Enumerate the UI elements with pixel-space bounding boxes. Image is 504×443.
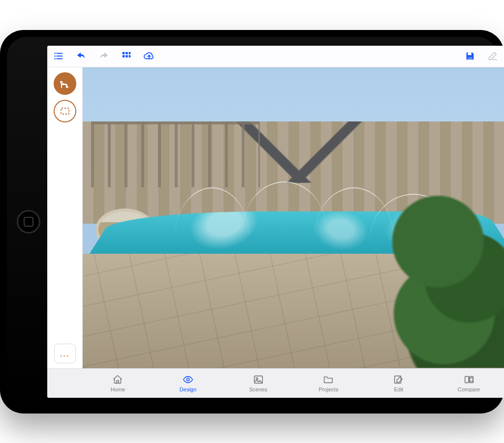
svg-rect-7 xyxy=(126,52,128,55)
svg-point-3 xyxy=(54,53,56,54)
tab-projects-label: Projects xyxy=(318,386,338,392)
tab-scenes-label: Scenes xyxy=(249,386,267,392)
svg-rect-8 xyxy=(129,52,131,55)
tab-compare[interactable]: Compare xyxy=(444,374,494,392)
tab-edit[interactable]: Edit xyxy=(374,374,423,392)
side-rail: … xyxy=(47,67,83,368)
save-icon[interactable] xyxy=(464,50,476,62)
tab-design[interactable]: Design xyxy=(163,374,213,392)
photo-pergola xyxy=(91,121,259,188)
redo-icon xyxy=(97,50,110,62)
bottom-tabbar: Home Design Scenes xyxy=(47,368,504,398)
workspace: … xyxy=(47,67,504,368)
undo-icon[interactable] xyxy=(75,50,88,62)
design-canvas[interactable] xyxy=(83,67,504,368)
cloud-upload-icon[interactable] xyxy=(143,50,156,62)
project-photo xyxy=(83,67,504,368)
grid-icon[interactable] xyxy=(120,50,133,62)
list-icon[interactable] xyxy=(52,50,65,62)
tab-scenes[interactable]: Scenes xyxy=(234,374,283,392)
svg-rect-10 xyxy=(126,55,128,58)
tab-projects[interactable]: Projects xyxy=(304,374,353,392)
svg-rect-13 xyxy=(468,57,472,60)
ipad-screen: … xyxy=(47,46,504,398)
tab-compare-label: Compare xyxy=(458,386,480,392)
svg-rect-14 xyxy=(61,108,69,114)
tab-edit-label: Edit xyxy=(394,386,403,392)
svg-rect-11 xyxy=(129,55,131,58)
photo-bush xyxy=(387,187,504,368)
tab-home-label: Home xyxy=(111,386,125,392)
svg-point-4 xyxy=(54,56,56,57)
svg-rect-20 xyxy=(470,376,473,383)
svg-rect-19 xyxy=(465,376,468,383)
svg-rect-9 xyxy=(123,55,125,58)
more-tools-button[interactable]: … xyxy=(54,344,76,363)
tab-design-label: Design xyxy=(180,386,196,392)
svg-point-17 xyxy=(256,378,258,380)
furniture-tool[interactable] xyxy=(54,72,76,95)
svg-rect-12 xyxy=(468,53,471,56)
svg-point-5 xyxy=(54,58,56,59)
more-label: … xyxy=(60,348,70,359)
ipad-frame: … xyxy=(0,30,504,413)
svg-point-15 xyxy=(187,378,189,381)
top-toolbar xyxy=(47,46,504,67)
app-root: … xyxy=(47,46,504,398)
tabs: Home Design Scenes xyxy=(83,369,504,398)
tab-home[interactable]: Home xyxy=(93,374,142,392)
select-rect-tool[interactable] xyxy=(54,100,76,122)
svg-rect-6 xyxy=(123,52,125,55)
edit-note-icon[interactable] xyxy=(486,50,499,62)
ipad-home-button[interactable] xyxy=(17,210,40,234)
